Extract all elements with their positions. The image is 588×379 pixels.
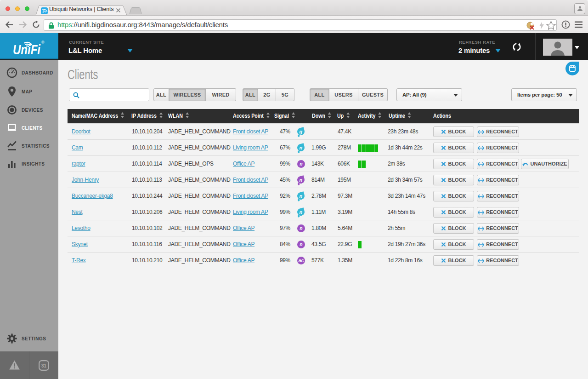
svg-text:31: 31 [41, 363, 47, 368]
svg-text:®: ® [41, 40, 45, 45]
